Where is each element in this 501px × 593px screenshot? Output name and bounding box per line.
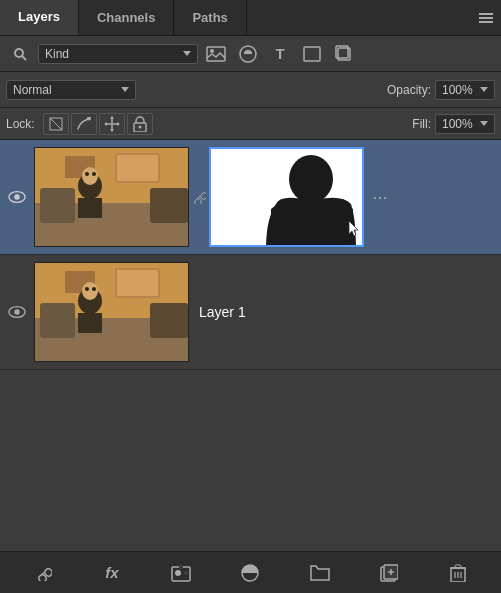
tab-bar: Layers Channels Paths xyxy=(0,0,501,36)
layer-options-button[interactable]: ··· xyxy=(366,144,394,250)
layer-visibility-toggle[interactable] xyxy=(6,301,28,323)
svg-line-12 xyxy=(50,118,62,130)
svg-rect-2 xyxy=(479,21,493,23)
add-mask-button[interactable] xyxy=(167,559,195,587)
svg-rect-65 xyxy=(455,565,461,568)
blend-opacity-row: Normal Opacity: 100% xyxy=(0,72,501,108)
svg-marker-16 xyxy=(110,116,114,119)
svg-rect-56 xyxy=(184,571,188,575)
shape-filter-icon[interactable] xyxy=(298,41,326,67)
lock-fill-row: Lock: xyxy=(0,108,501,140)
layer-thumbnail[interactable] xyxy=(34,147,189,247)
cursor-indicator xyxy=(348,220,360,241)
bottom-toolbar: fx xyxy=(0,551,501,593)
svg-rect-5 xyxy=(207,47,225,61)
link-layers-button[interactable] xyxy=(29,559,57,587)
svg-point-6 xyxy=(210,49,214,53)
blend-mode-arrow xyxy=(121,87,129,92)
blend-mode-dropdown[interactable]: Normal xyxy=(6,80,136,100)
lock-transparent-button[interactable] xyxy=(43,113,69,135)
layer-mask-thumbnail[interactable] xyxy=(209,147,364,247)
opacity-group: Opacity: 100% xyxy=(387,80,495,100)
svg-point-40 xyxy=(14,309,19,314)
kind-dropdown[interactable]: Kind xyxy=(38,44,198,64)
svg-rect-43 xyxy=(40,303,75,338)
image-filter-icon[interactable] xyxy=(202,41,230,67)
smart-object-filter-icon[interactable] xyxy=(330,41,358,67)
svg-point-55 xyxy=(175,570,181,576)
tab-layers[interactable]: Layers xyxy=(0,0,79,35)
opacity-value[interactable]: 100% xyxy=(435,80,495,100)
svg-rect-1 xyxy=(479,17,493,19)
svg-rect-44 xyxy=(150,303,188,338)
svg-marker-18 xyxy=(104,122,107,126)
lock-position-button[interactable] xyxy=(99,113,125,135)
layer-visibility-toggle[interactable] xyxy=(6,186,28,208)
layer-thumbnail[interactable] xyxy=(34,262,189,362)
fill-label: Fill: xyxy=(412,117,431,131)
lock-icons xyxy=(43,113,153,135)
kind-dropdown-arrow xyxy=(183,51,191,56)
text-filter-icon[interactable]: T xyxy=(266,41,294,67)
svg-point-3 xyxy=(15,49,23,57)
new-group-button[interactable] xyxy=(306,559,334,587)
lock-image-pixels-button[interactable] xyxy=(71,113,97,135)
svg-rect-8 xyxy=(304,47,320,61)
new-layer-button[interactable] xyxy=(375,559,403,587)
svg-marker-19 xyxy=(117,122,120,126)
svg-point-52 xyxy=(92,287,96,291)
lock-all-button[interactable] xyxy=(127,113,153,135)
adjustment-filter-icon[interactable] xyxy=(234,41,262,67)
svg-line-4 xyxy=(22,56,26,60)
opacity-arrow xyxy=(480,87,488,92)
lock-label: Lock: xyxy=(6,117,35,131)
svg-point-32 xyxy=(82,167,98,185)
svg-marker-17 xyxy=(110,129,114,132)
layer-link-icon[interactable] xyxy=(189,190,209,204)
search-icon xyxy=(6,41,34,67)
svg-rect-26 xyxy=(40,188,75,223)
add-adjustment-button[interactable] xyxy=(236,559,264,587)
layer-name: Layer 1 xyxy=(199,304,246,320)
layer-item[interactable]: ··· xyxy=(0,140,501,255)
photoshop-layers-panel: Layers Channels Paths Kind xyxy=(0,0,501,593)
svg-line-36 xyxy=(198,196,200,198)
svg-point-38 xyxy=(289,155,333,203)
panel-menu-icon[interactable] xyxy=(471,0,501,35)
svg-point-51 xyxy=(85,287,89,291)
svg-point-49 xyxy=(82,282,98,300)
svg-rect-46 xyxy=(117,270,158,296)
fill-arrow xyxy=(480,121,488,126)
layer-item[interactable]: Layer 1 xyxy=(0,255,501,370)
svg-rect-0 xyxy=(479,13,493,15)
layers-list: ··· xyxy=(0,140,501,551)
svg-rect-33 xyxy=(78,198,102,218)
tab-channels[interactable]: Channels xyxy=(79,0,175,35)
kind-row: Kind T xyxy=(0,36,501,72)
svg-rect-50 xyxy=(78,313,102,333)
svg-point-21 xyxy=(138,125,141,128)
layer-fx-button[interactable]: fx xyxy=(98,559,126,587)
svg-point-23 xyxy=(14,194,19,199)
fill-value[interactable]: 100% xyxy=(435,114,495,134)
svg-point-35 xyxy=(92,172,96,176)
svg-point-34 xyxy=(85,172,89,176)
svg-rect-57 xyxy=(179,565,183,569)
tab-paths[interactable]: Paths xyxy=(174,0,246,35)
fill-group: Fill: 100% xyxy=(412,114,495,134)
opacity-label: Opacity: xyxy=(387,83,431,97)
delete-layer-button[interactable] xyxy=(444,559,472,587)
svg-rect-29 xyxy=(117,155,158,181)
svg-rect-27 xyxy=(150,188,188,223)
